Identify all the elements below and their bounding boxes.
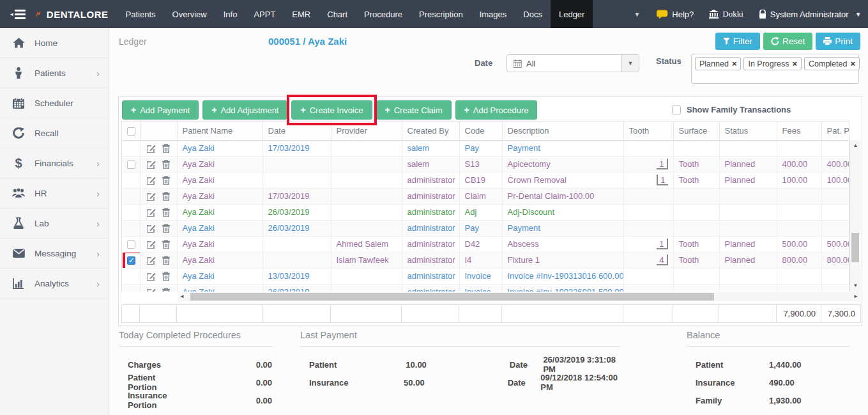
trash-icon[interactable]: [162, 208, 170, 217]
trash-icon[interactable]: [162, 256, 170, 265]
brand-logo[interactable]: DENTALORE: [34, 0, 118, 28]
clinic-selector[interactable]: Dokki: [703, 0, 750, 28]
filter-button[interactable]: Filter: [715, 33, 760, 50]
sidebar-item-scheduler[interactable]: Scheduler: [0, 88, 109, 118]
ledger-row[interactable]: Aya Zaki 26/03/2019 administrator Adj Ad…: [122, 204, 849, 220]
cell-patient-name: Aya Zaki: [177, 156, 263, 172]
scroll-left-icon[interactable]: ◄: [178, 292, 187, 301]
sidebar-item-hr[interactable]: HR ›: [0, 178, 109, 208]
sidebar-item-analytics[interactable]: Analytics ›: [0, 269, 109, 299]
sidebar-item-patients[interactable]: Patients ›: [0, 58, 109, 88]
vertical-scroll-thumb[interactable]: [851, 233, 859, 262]
ledger-row[interactable]: Aya Zaki 26/03/2019 administrator Invoic…: [122, 284, 849, 292]
edit-icon[interactable]: [147, 192, 156, 201]
sidebar-item-financials[interactable]: $ Financials ›: [0, 148, 109, 178]
col-patient-name: Patient Name: [177, 121, 263, 140]
nav-item-images[interactable]: Images: [471, 0, 515, 28]
remove-tag-icon[interactable]: ×: [792, 59, 797, 68]
vertical-scrollbar[interactable]: ▲ ▼: [849, 140, 860, 292]
patient-link[interactable]: 000051 / Aya Zaki: [268, 36, 347, 47]
summary-section: Today Completed Procedures Charges0.00 P…: [109, 330, 868, 415]
select-all-checkbox[interactable]: [127, 127, 135, 136]
edit-icon[interactable]: [147, 288, 156, 292]
cell-tooth: 1: [623, 156, 673, 172]
cell-description: Invoice #Inv-190326001 500.00: [502, 284, 623, 292]
nav-item-info[interactable]: Info: [215, 0, 246, 28]
reset-button[interactable]: Reset: [763, 33, 812, 50]
sidebar-item-lab[interactable]: Lab ›: [0, 208, 109, 239]
print-button[interactable]: Print: [816, 33, 860, 50]
nav-item-procedure[interactable]: Procedure: [356, 0, 411, 28]
trash-icon[interactable]: [162, 144, 170, 153]
summary-label: Patient Portion: [128, 373, 160, 392]
trash-icon[interactable]: [162, 240, 170, 249]
sidebar-item-home[interactable]: Home: [0, 28, 109, 58]
status-tag-in-progress: In Progress×: [743, 57, 802, 70]
horizontal-scrollbar[interactable]: ◄ ►: [178, 292, 860, 301]
trash-icon[interactable]: [162, 192, 170, 201]
trash-icon[interactable]: [162, 176, 170, 185]
row-checkbox[interactable]: [127, 240, 135, 249]
row-checkbox[interactable]: [127, 161, 135, 169]
remove-tag-icon[interactable]: ×: [850, 59, 855, 68]
show-family-checkbox[interactable]: [672, 106, 681, 114]
trash-icon[interactable]: [162, 160, 170, 169]
nav-more-caret[interactable]: ▼: [623, 0, 650, 28]
ledger-row[interactable]: Aya Zaki Islam Tawfeek administrator I4 …: [122, 252, 849, 268]
nav-item-ledger[interactable]: Ledger: [551, 0, 593, 28]
status-tag-planned: Planned×: [695, 57, 741, 70]
ledger-row[interactable]: Aya Zaki 26/03/2019 administrator Pay Pa…: [122, 220, 849, 236]
nav-item-docs[interactable]: Docs: [515, 0, 551, 28]
create-invoice-button[interactable]: +Create Invoice: [291, 100, 372, 120]
nav-item-overview[interactable]: Overview: [164, 0, 215, 28]
scroll-right-icon[interactable]: ►: [851, 292, 860, 301]
edit-icon[interactable]: [147, 160, 156, 169]
add-payment-button[interactable]: +Add Payment: [122, 100, 199, 120]
row-checkbox[interactable]: [127, 256, 135, 265]
status-filter-box[interactable]: Planned× In Progress× Completed×: [691, 54, 859, 84]
col-date: Date: [263, 121, 331, 140]
scroll-up-icon[interactable]: ▲: [850, 141, 861, 150]
edit-icon[interactable]: [147, 224, 156, 233]
edit-icon[interactable]: [147, 256, 156, 265]
add-procedure-button[interactable]: +Add Procedure: [455, 100, 538, 120]
edit-icon[interactable]: [147, 176, 156, 185]
cell-description: Payment: [502, 140, 623, 156]
trash-icon[interactable]: [162, 224, 170, 233]
col-status: Status: [719, 121, 777, 140]
edit-icon[interactable]: [147, 240, 156, 249]
tooth-notation: 4: [657, 254, 667, 265]
add-adjustment-button[interactable]: +Add Adjustment: [202, 100, 287, 120]
trash-icon[interactable]: [162, 288, 170, 292]
col-created-by: Created By: [402, 121, 459, 140]
nav-item-appt[interactable]: APPT: [245, 0, 284, 28]
edit-icon[interactable]: [147, 208, 156, 217]
ledger-row[interactable]: Aya Zaki 13/03/2019 administrator Invoic…: [122, 268, 849, 284]
ledger-row[interactable]: Aya Zaki administrator CB19 Crown Remova…: [122, 172, 849, 188]
nav-item-patients[interactable]: Patients: [118, 0, 164, 28]
dropdown-caret-icon[interactable]: ▼: [621, 55, 639, 72]
horizontal-scroll-thumb[interactable]: [190, 293, 714, 301]
trash-icon[interactable]: [162, 272, 170, 281]
help-button[interactable]: Help?: [650, 0, 700, 28]
sidebar-collapse-button[interactable]: ◂: [0, 0, 34, 28]
ledger-row[interactable]: Aya Zaki 17/03/2019 administrator Claim …: [122, 188, 849, 204]
status-filter-label: Status: [656, 56, 681, 66]
ledger-row[interactable]: Aya Zaki Ahmed Salem administrator D42 A…: [122, 236, 849, 252]
remove-tag-icon[interactable]: ×: [732, 59, 737, 68]
edit-icon[interactable]: [147, 272, 156, 281]
nav-item-chart[interactable]: Chart: [319, 0, 356, 28]
user-menu[interactable]: System Administrator ▼: [752, 0, 868, 28]
cell-fees: [777, 188, 821, 204]
cell-created-by: administrator: [402, 220, 459, 236]
sidebar-item-messaging[interactable]: Messaging ›: [0, 239, 109, 269]
date-filter-select[interactable]: All ▼: [506, 54, 639, 72]
edit-icon[interactable]: [147, 144, 156, 153]
create-claim-button[interactable]: +Create Claim: [376, 100, 452, 120]
ledger-row[interactable]: Aya Zaki 17/03/2019 salem Pay Payment: [122, 140, 849, 156]
ledger-row[interactable]: Aya Zaki salem S13 Apicectomy 1 Tooth Pl…: [122, 156, 849, 172]
nav-item-prescription[interactable]: Prescription: [411, 0, 471, 28]
sidebar-item-recall[interactable]: Recall: [0, 118, 109, 148]
nav-item-emr[interactable]: EMR: [284, 0, 319, 28]
scroll-down-icon[interactable]: ▼: [850, 281, 861, 290]
